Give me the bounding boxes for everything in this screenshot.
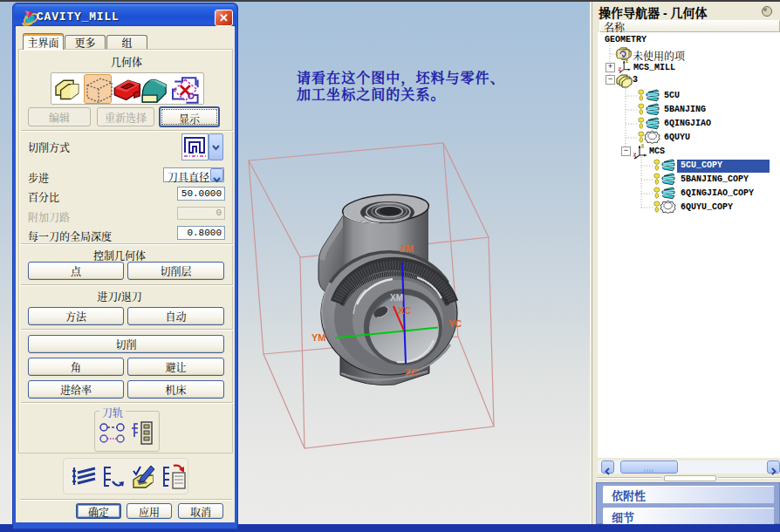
- svg-text:YM: YM: [311, 332, 326, 343]
- svg-text:ZC: ZC: [405, 367, 418, 378]
- svg-text:YC: YC: [448, 318, 462, 329]
- svg-text:ZM: ZM: [400, 243, 414, 254]
- svg-text:XM: XM: [390, 293, 403, 303]
- svg-text:XC: XC: [398, 305, 411, 316]
